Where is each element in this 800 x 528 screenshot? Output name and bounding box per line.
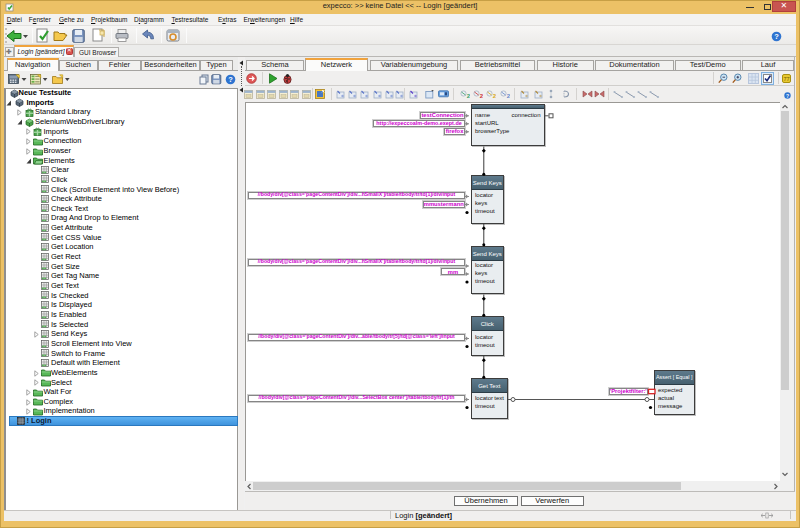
svg-text:2: 2 (479, 93, 482, 99)
svg-text:77: 77 (783, 75, 789, 81)
svg-text:?: ? (774, 32, 779, 41)
svg-text:?: ? (228, 75, 233, 84)
svg-text:2: 2 (507, 93, 510, 99)
svg-text:?: ? (786, 92, 789, 98)
svg-text:2: 2 (466, 93, 469, 99)
svg-text:2: 2 (493, 93, 496, 99)
